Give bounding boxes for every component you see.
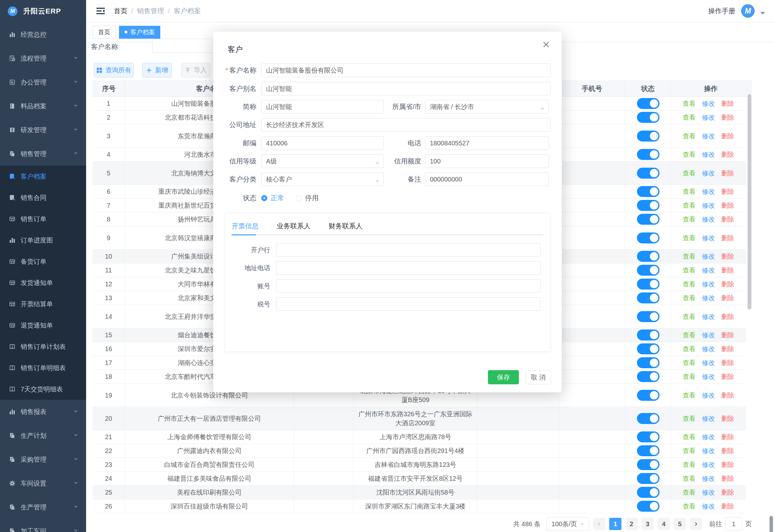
status-toggle[interactable] — [637, 459, 660, 470]
view-link[interactable]: 查看 — [683, 330, 696, 340]
view-link[interactable]: 查看 — [683, 280, 696, 289]
next-page-button[interactable] — [690, 518, 702, 530]
edit-link[interactable]: 修改 — [702, 201, 715, 210]
status-toggle[interactable] — [637, 292, 660, 303]
delete-link[interactable]: 删除 — [721, 293, 734, 302]
edit-link[interactable]: 修改 — [702, 391, 715, 400]
delete-link[interactable]: 删除 — [721, 201, 734, 210]
edit-link[interactable]: 修改 — [702, 446, 715, 455]
delete-link[interactable]: 删除 — [721, 312, 734, 321]
delete-link[interactable]: 删除 — [721, 215, 734, 224]
status-toggle[interactable] — [637, 431, 660, 442]
status-toggle[interactable] — [637, 232, 660, 243]
status-toggle[interactable] — [637, 200, 660, 211]
sidebar-item-18[interactable]: 生产计划 — [0, 424, 86, 448]
import-button[interactable]: 导入 — [181, 63, 210, 77]
edit-link[interactable]: 修改 — [702, 312, 715, 321]
sidebar-item-21[interactable]: 生产管理 — [0, 495, 86, 519]
status-toggle[interactable] — [637, 131, 660, 142]
status-toggle[interactable] — [637, 168, 660, 179]
close-icon[interactable]: ✕ — [542, 40, 550, 50]
status-toggle[interactable] — [637, 501, 660, 512]
sidebar-item-3[interactable]: 料品档案 — [0, 94, 86, 118]
status-toggle[interactable] — [637, 445, 660, 456]
delete-link[interactable]: 删除 — [721, 474, 734, 483]
sidebar-subitem-16[interactable]: 7天交货明细表 — [0, 379, 86, 400]
dialog-tab-1[interactable]: 业务联系人 — [277, 222, 311, 235]
delete-link[interactable]: 删除 — [721, 169, 734, 178]
view-link[interactable]: 查看 — [683, 99, 696, 108]
sidebar-subitem-14[interactable]: 销售订单计划表 — [0, 336, 86, 357]
delete-link[interactable]: 删除 — [721, 132, 734, 141]
sidebar-item-17[interactable]: 销售报表 — [0, 400, 86, 424]
view-link[interactable]: 查看 — [683, 460, 696, 469]
edit-link[interactable]: 修改 — [702, 132, 715, 141]
field-input-5-right[interactable] — [425, 154, 549, 168]
page-size-select[interactable]: 100条/页 — [546, 517, 589, 531]
status-toggle[interactable] — [637, 98, 660, 109]
edit-link[interactable]: 修改 — [702, 474, 715, 483]
edit-link[interactable]: 修改 — [702, 266, 715, 275]
sidebar-subitem-12[interactable]: 开票结算单 — [0, 293, 86, 315]
field-input-4-right[interactable] — [425, 136, 549, 150]
delete-link[interactable]: 删除 — [721, 330, 734, 340]
dialog-tab-2[interactable]: 财务联系人 — [329, 222, 362, 235]
view-link[interactable]: 查看 — [683, 187, 696, 196]
page-button-4[interactable]: 4 — [658, 518, 670, 530]
sidebar-subitem-11[interactable]: 发货通知单 — [0, 272, 86, 293]
view-link[interactable]: 查看 — [683, 266, 696, 275]
page-button-2[interactable]: 2 — [625, 518, 638, 530]
manual-link[interactable]: 操作手册 — [708, 6, 735, 15]
view-link[interactable]: 查看 — [683, 488, 696, 497]
field-input-2-left[interactable] — [261, 100, 384, 113]
collapse-sidebar-icon[interactable] — [96, 7, 105, 15]
edit-link[interactable]: 修改 — [702, 414, 715, 423]
field-input-5-left[interactable]: A级 — [261, 154, 384, 168]
edit-link[interactable]: 修改 — [702, 187, 715, 196]
view-link[interactable]: 查看 — [683, 502, 696, 511]
field-input-2-right[interactable]: 湖南省 / 长沙市 — [425, 100, 549, 113]
invoice-input-0[interactable] — [276, 243, 541, 257]
user-menu-caret-icon[interactable] — [760, 12, 765, 15]
view-link[interactable]: 查看 — [683, 391, 696, 400]
page-button-5[interactable]: 5 — [674, 518, 686, 530]
delete-link[interactable]: 删除 — [721, 280, 734, 289]
view-link[interactable]: 查看 — [683, 233, 696, 242]
breadcrumb-home[interactable]: 首页 — [114, 6, 127, 15]
delete-link[interactable]: 删除 — [721, 187, 734, 196]
sidebar-subitem-8[interactable]: 销售订单 — [0, 208, 86, 230]
field-input-4-left[interactable] — [261, 136, 384, 150]
status-toggle[interactable] — [637, 251, 660, 262]
delete-link[interactable]: 删除 — [721, 358, 734, 367]
sidebar-subitem-6[interactable]: 客户档案 — [0, 166, 86, 187]
status-toggle[interactable] — [637, 371, 660, 382]
edit-link[interactable]: 修改 — [702, 252, 715, 261]
field-input-0[interactable] — [261, 64, 551, 77]
edit-link[interactable]: 修改 — [702, 330, 715, 340]
status-toggle[interactable] — [637, 413, 660, 424]
delete-link[interactable]: 删除 — [721, 502, 734, 511]
status-radio-0[interactable]: 正常 — [261, 193, 284, 202]
view-link[interactable]: 查看 — [683, 132, 696, 141]
status-toggle[interactable] — [637, 357, 660, 368]
status-toggle[interactable] — [637, 390, 660, 401]
view-link[interactable]: 查看 — [683, 372, 696, 381]
edit-link[interactable]: 修改 — [702, 488, 715, 497]
field-input-3[interactable] — [261, 118, 551, 132]
goto-page-input[interactable] — [725, 517, 742, 531]
dialog-tab-0[interactable]: 开票信息 — [232, 222, 259, 235]
query-all-button[interactable]: 查询所有 — [94, 63, 134, 77]
view-link[interactable]: 查看 — [683, 312, 696, 321]
edit-link[interactable]: 修改 — [702, 293, 715, 302]
view-link[interactable]: 查看 — [683, 344, 696, 353]
edit-link[interactable]: 修改 — [702, 169, 715, 178]
status-toggle[interactable] — [637, 330, 660, 340]
table-scrollbar[interactable] — [748, 94, 751, 310]
status-radio-1[interactable]: 停用 — [296, 193, 319, 202]
tag-tab-0[interactable]: 首页 — [93, 26, 116, 39]
edit-link[interactable]: 修改 — [702, 280, 715, 289]
field-input-1[interactable] — [261, 82, 551, 95]
sidebar-subitem-9[interactable]: 订单进度图 — [0, 230, 86, 251]
view-link[interactable]: 查看 — [683, 150, 696, 159]
delete-link[interactable]: 删除 — [721, 233, 734, 242]
